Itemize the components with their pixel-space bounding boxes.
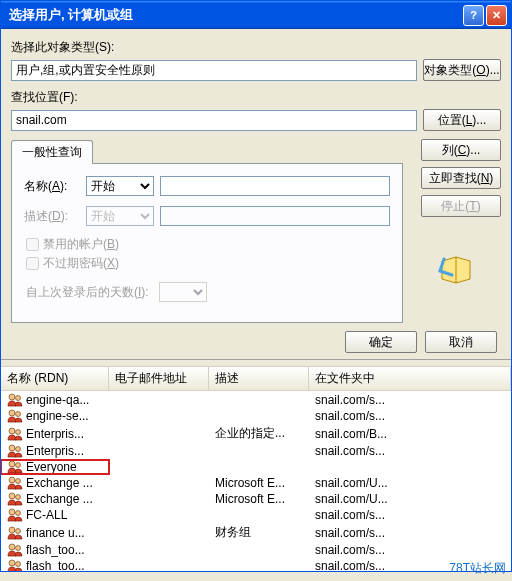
user-group-icon [7, 492, 23, 506]
nonexpiring-pw-label: 不过期密码(X) [43, 255, 119, 272]
address-book-icon [438, 253, 474, 285]
svg-point-2 [9, 410, 15, 416]
stop-button: 停止(T) [421, 195, 501, 217]
table-row[interactable]: engine-qa... snail.com/s... [1, 392, 511, 408]
user-group-icon [7, 409, 23, 423]
tab-panel: 名称(A): 开始 描述(D): 开始 [11, 163, 403, 323]
svg-point-15 [16, 511, 21, 516]
svg-point-21 [16, 562, 21, 567]
user-group-icon [7, 508, 23, 522]
divider [1, 359, 511, 360]
desc-value-input [160, 206, 390, 226]
table-row[interactable]: Exchange ... Microsoft E... snail.com/U.… [1, 475, 511, 491]
disabled-accounts-label: 禁用的帐户(B) [43, 236, 119, 253]
columns-button[interactable]: 列(C)... [421, 139, 501, 161]
col-name-header[interactable]: 名称 (RDN) [1, 367, 109, 390]
cancel-button[interactable]: 取消 [425, 331, 497, 353]
days-since-logon-input [159, 282, 207, 302]
svg-point-11 [16, 479, 21, 484]
object-type-input[interactable] [11, 60, 417, 81]
watermark: 78T站长网 [449, 560, 506, 577]
look-in-input[interactable] [11, 110, 417, 131]
user-group-icon [7, 393, 23, 407]
object-types-button[interactable]: 对象类型(O)... [423, 59, 501, 81]
dialog-window: 选择用户, 计算机或组 ? ✕ 选择此对象类型(S): 对象类型(O)... 查… [0, 0, 512, 572]
svg-point-19 [16, 546, 21, 551]
svg-point-6 [9, 445, 15, 451]
days-since-logon-label: 自上次登录后的天数(I): [26, 284, 149, 301]
svg-point-20 [9, 560, 15, 566]
user-group-icon [7, 460, 23, 474]
svg-point-4 [9, 428, 15, 434]
tab-common-queries[interactable]: 一般性查询 [11, 140, 93, 164]
svg-point-12 [9, 493, 15, 499]
help-button[interactable]: ? [463, 5, 484, 26]
svg-point-7 [16, 447, 21, 452]
svg-point-8 [9, 461, 15, 467]
user-group-icon [7, 543, 23, 557]
find-now-button[interactable]: 立即查找(N) [421, 167, 501, 189]
desc-label: 描述(D): [24, 208, 80, 225]
ok-button[interactable]: 确定 [345, 331, 417, 353]
name-mode-select[interactable]: 开始 [86, 176, 154, 196]
user-group-icon [7, 559, 23, 571]
object-type-label: 选择此对象类型(S): [11, 39, 501, 56]
table-row[interactable]: FC-ALL snail.com/s... [1, 507, 511, 523]
user-group-icon [7, 427, 23, 441]
svg-point-5 [16, 429, 21, 434]
svg-point-10 [9, 477, 15, 483]
results-header: 名称 (RDN) 电子邮件地址 描述 在文件夹中 [1, 366, 511, 391]
locations-button[interactable]: 位置(L)... [423, 109, 501, 131]
svg-point-13 [16, 495, 21, 500]
col-email-header[interactable]: 电子邮件地址 [109, 367, 209, 390]
svg-point-14 [9, 509, 15, 515]
results-list[interactable]: engine-qa... snail.com/s... engine-se...… [1, 391, 511, 571]
svg-point-16 [9, 527, 15, 533]
table-row[interactable]: finance u... 财务组 snail.com/s... [1, 523, 511, 542]
table-row[interactable]: Everyone [1, 459, 511, 475]
name-value-input[interactable] [160, 176, 390, 196]
table-row[interactable]: Enterpris... 企业的指定... snail.com/B... [1, 424, 511, 443]
nonexpiring-pw-checkbox [26, 257, 39, 270]
svg-point-18 [9, 544, 15, 550]
user-group-icon [7, 444, 23, 458]
svg-point-1 [16, 396, 21, 401]
table-row[interactable]: engine-se... snail.com/s... [1, 408, 511, 424]
name-label: 名称(A): [24, 178, 80, 195]
col-desc-header[interactable]: 描述 [209, 367, 309, 390]
desc-mode-select: 开始 [86, 206, 154, 226]
svg-point-3 [16, 412, 21, 417]
titlebar: 选择用户, 计算机或组 ? ✕ [1, 1, 511, 29]
svg-point-0 [9, 394, 15, 400]
col-folder-header[interactable]: 在文件夹中 [309, 367, 511, 390]
window-title: 选择用户, 计算机或组 [5, 6, 461, 24]
close-button[interactable]: ✕ [486, 5, 507, 26]
user-group-icon [7, 476, 23, 490]
look-in-label: 查找位置(F): [11, 89, 501, 106]
right-button-column: 列(C)... 立即查找(N) 停止(T) [411, 139, 501, 323]
user-group-icon [7, 526, 23, 540]
table-row[interactable]: flash_too... snail.com/s... [1, 542, 511, 558]
svg-point-17 [16, 528, 21, 533]
table-row[interactable]: flash_too... snail.com/s... [1, 558, 511, 571]
dialog-body: 选择此对象类型(S): 对象类型(O)... 查找位置(F): 位置(L)...… [1, 29, 511, 366]
table-row[interactable]: Exchange ... Microsoft E... snail.com/U.… [1, 491, 511, 507]
svg-point-9 [16, 463, 21, 468]
disabled-accounts-checkbox [26, 238, 39, 251]
table-row[interactable]: Enterpris... snail.com/s... [1, 443, 511, 459]
tab-panel-wrap: 一般性查询 名称(A): 开始 描述(D): 开始 [11, 139, 403, 323]
